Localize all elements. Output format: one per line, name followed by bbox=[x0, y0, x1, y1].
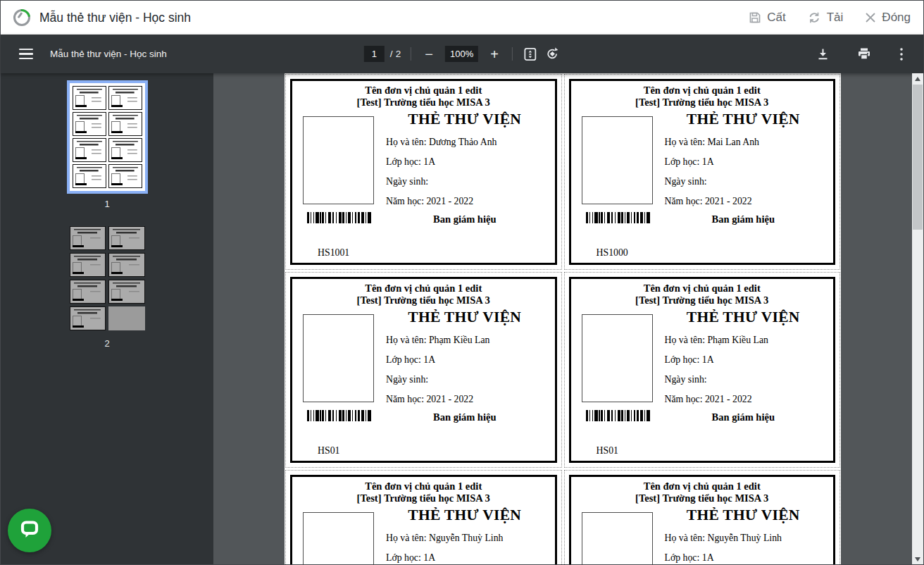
photo-placeholder bbox=[303, 512, 374, 564]
photo-placeholder bbox=[582, 116, 653, 204]
card-cell: Tên đơn vị chủ quản 1 edit [Test] Trường… bbox=[285, 74, 562, 270]
org-name: Tên đơn vị chủ quản 1 edit bbox=[571, 85, 834, 97]
card-title: THẺ THƯ VIỆN bbox=[380, 507, 549, 524]
photo-placeholder bbox=[582, 512, 653, 564]
triangle-up-icon bbox=[915, 77, 920, 81]
year-field: Năm học: 2021 - 2022 bbox=[665, 196, 752, 207]
dob-field: Ngày sinh: bbox=[386, 374, 428, 385]
page-divider: / bbox=[390, 49, 393, 59]
thumbnail-mini-card bbox=[108, 86, 142, 110]
app-window: Mẫu thẻ thư viện - Học sinh Cất Tải Đóng bbox=[0, 0, 924, 565]
barcode bbox=[307, 212, 371, 223]
card-title: THẺ THƯ VIỆN bbox=[659, 507, 828, 524]
thumbnail-page-number: 1 bbox=[104, 199, 109, 209]
page-count: 2 bbox=[396, 49, 401, 59]
thumbnail-mini-card bbox=[108, 112, 142, 136]
save-icon bbox=[748, 11, 762, 25]
name-field: Họ và tên: Nguyễn Thuỳ Linh bbox=[665, 533, 782, 544]
school-name: [Test] Trường tiểu học MISA 3 bbox=[571, 97, 834, 108]
thumbnail-preview bbox=[70, 83, 145, 191]
thumbnail-page-2[interactable]: 2 bbox=[67, 223, 148, 356]
card-cell: Tên đơn vị chủ quản 1 edit [Test] Trường… bbox=[564, 272, 841, 468]
save-button[interactable]: Cất bbox=[748, 11, 785, 25]
card-cell: Tên đơn vị chủ quản 1 edit [Test] Trường… bbox=[285, 470, 562, 564]
scroll-down-arrow[interactable] bbox=[912, 554, 923, 564]
card-cell: Tên đơn vị chủ quản 1 edit [Test] Trường… bbox=[564, 74, 841, 270]
viewer-body: 12 Tên đơn vị chủ quản 1 edit [Test] Trư… bbox=[1, 73, 923, 564]
thumbnail-mini-card bbox=[70, 226, 106, 250]
org-name: Tên đơn vị chủ quản 1 edit bbox=[292, 85, 555, 97]
photo-placeholder bbox=[303, 116, 374, 204]
name-label: Họ và tên: bbox=[665, 335, 708, 345]
scroll-up-arrow[interactable] bbox=[912, 73, 923, 84]
chat-bubble-icon bbox=[18, 517, 42, 544]
class-field: Lớp học: 1A bbox=[386, 552, 435, 564]
signature-label: Ban giám hiệu bbox=[380, 411, 549, 423]
thumbnail-mini-card bbox=[70, 280, 106, 304]
pdf-page-1: Tên đơn vị chủ quản 1 edit [Test] Trường… bbox=[285, 73, 841, 564]
name-value: Dương Thảo Anh bbox=[429, 137, 497, 147]
download-icon[interactable] bbox=[817, 48, 829, 61]
class-field: Lớp học: 1A bbox=[665, 156, 714, 168]
class-field: Lớp học: 1A bbox=[386, 354, 435, 366]
close-button-label: Đóng bbox=[882, 11, 911, 25]
card-title: THẺ THƯ VIỆN bbox=[659, 111, 828, 128]
library-card: Tên đơn vị chủ quản 1 edit [Test] Trường… bbox=[569, 277, 836, 463]
thumbnail-page-1[interactable]: 1 bbox=[67, 80, 148, 216]
thumbnail-page-number: 2 bbox=[104, 338, 109, 349]
window-title: Mẫu thẻ thư viện - Học sinh bbox=[39, 11, 191, 25]
class-field: Lớp học: 1A bbox=[665, 552, 714, 564]
school-name: [Test] Trường tiểu học MISA 3 bbox=[571, 493, 834, 504]
name-label: Họ và tên: bbox=[386, 335, 429, 345]
thumbnail-mini-card bbox=[73, 112, 106, 136]
close-button[interactable]: Đóng bbox=[864, 11, 911, 25]
more-options-icon[interactable] bbox=[899, 47, 904, 61]
rotate-button[interactable] bbox=[545, 46, 560, 61]
thumbnail-mini-card bbox=[108, 226, 145, 250]
photo-placeholder bbox=[582, 314, 653, 402]
name-field: Họ và tên: Phạm Kiều Lan bbox=[386, 335, 490, 346]
library-card: Tên đơn vị chủ quản 1 edit [Test] Trường… bbox=[569, 79, 836, 265]
zoom-level: 100% bbox=[445, 46, 478, 62]
barcode bbox=[586, 410, 650, 421]
divider bbox=[411, 47, 411, 61]
dob-field: Ngày sinh: bbox=[665, 176, 707, 187]
app-logo-icon bbox=[13, 9, 30, 26]
vertical-scrollbar[interactable] bbox=[912, 73, 923, 564]
signature-label: Ban giám hiệu bbox=[380, 213, 549, 225]
scrollbar-thumb[interactable] bbox=[913, 85, 923, 230]
close-icon bbox=[864, 11, 877, 24]
titlebar-actions: Cất Tải Đóng bbox=[748, 11, 911, 25]
print-icon[interactable] bbox=[858, 48, 870, 60]
thumbnail-mini-card bbox=[108, 253, 145, 277]
org-name: Tên đơn vị chủ quản 1 edit bbox=[292, 481, 555, 492]
org-name: Tên đơn vị chủ quản 1 edit bbox=[571, 283, 834, 294]
thumbnail-mini-card bbox=[73, 138, 106, 162]
year-field: Năm học: 2021 - 2022 bbox=[386, 196, 473, 207]
name-field: Họ và tên: Dương Thảo Anh bbox=[386, 137, 497, 148]
zoom-in-button[interactable]: + bbox=[487, 47, 502, 61]
thumbnail-empty-cell bbox=[108, 306, 145, 330]
thumbnail-sidebar: 12 bbox=[1, 73, 213, 564]
card-id: HS1000 bbox=[597, 247, 628, 259]
name-field: Họ và tên: Phạm Kiều Lan bbox=[665, 335, 769, 346]
card-id: HS01 bbox=[318, 445, 339, 457]
fit-page-button[interactable] bbox=[524, 47, 537, 61]
library-card: Tên đơn vị chủ quản 1 edit [Test] Trường… bbox=[290, 475, 557, 564]
name-value: Phạm Kiều Lan bbox=[707, 335, 768, 345]
dob-field: Ngày sinh: bbox=[386, 176, 428, 187]
signature-label: Ban giám hiệu bbox=[659, 411, 828, 423]
page-number-input[interactable]: 1 bbox=[364, 46, 385, 62]
thumbnail-mini-card bbox=[108, 280, 145, 304]
zoom-out-button[interactable]: − bbox=[421, 47, 437, 61]
chat-widget-button[interactable] bbox=[8, 509, 51, 552]
year-field: Năm học: 2021 - 2022 bbox=[665, 394, 752, 405]
school-name: [Test] Trường tiểu học MISA 3 bbox=[292, 493, 555, 504]
class-field: Lớp học: 1A bbox=[386, 156, 435, 168]
divider bbox=[512, 47, 513, 61]
card-title: THẺ THƯ VIỆN bbox=[659, 309, 828, 326]
reload-button[interactable]: Tải bbox=[807, 11, 844, 25]
org-name: Tên đơn vị chủ quản 1 edit bbox=[571, 481, 834, 492]
school-name: [Test] Trường tiểu học MISA 3 bbox=[292, 295, 555, 306]
menu-icon[interactable] bbox=[19, 49, 33, 59]
